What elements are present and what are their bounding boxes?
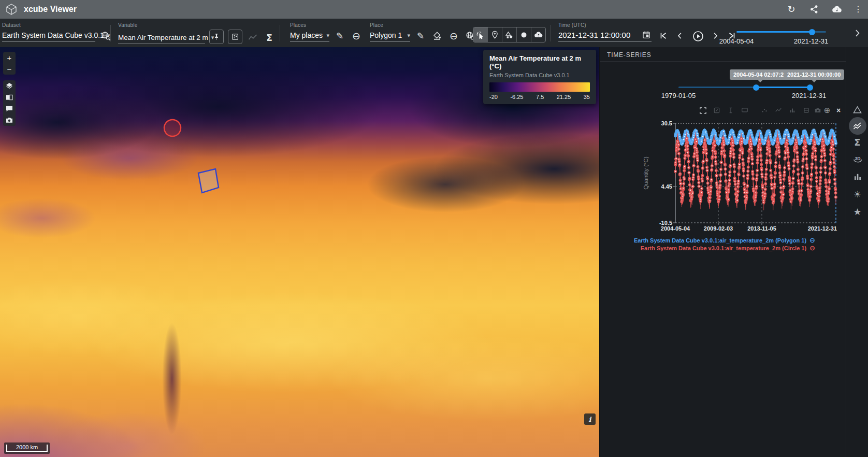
zoom-y-icon[interactable] [726,106,735,115]
remove-series-icon[interactable]: ⊖ [809,237,815,244]
draw-circle-icon[interactable] [517,27,531,42]
split-view-icon[interactable] [3,92,16,103]
places-select[interactable]: My places▾ [290,31,329,42]
calendar-icon[interactable] [641,30,652,40]
toolbar-divider [280,25,280,41]
colorbar-tick: -6.25 [510,94,523,100]
statistics-sigma-icon[interactable]: Σ [849,134,866,151]
remove-places-icon[interactable]: ⊖ [350,30,363,42]
x-tick-label: 2004-05-04 [661,225,690,232]
legend-entry-polygon: Earth System Data Cube v3.0.1:air_temper… [634,237,815,244]
range-max-label: 2021-12-31 [780,92,837,99]
app-bar: xcube Viewer ↻ ⋮ [0,0,868,19]
x-tick-label: 2009-02-03 [704,225,733,232]
place-select[interactable]: Polygon 1▾ [370,31,410,42]
timeseries-chart[interactable]: Quantity (°C) 30.5 4.45 -10.5 2004-05-04… [600,115,846,234]
camera-icon[interactable] [3,115,16,126]
dataset-select[interactable]: Earth System Data Cube v3.0.1▾ [2,31,95,42]
attribution-info-button[interactable]: i [584,413,596,425]
legend-entry-circle: Earth System Data Cube v3.0.1:air_temper… [641,245,815,251]
skip-previous-icon[interactable] [659,31,669,41]
time-slider-start-label: 2004-05-04 [708,37,765,45]
histogram-icon[interactable] [849,168,866,185]
cube-logo-icon [5,3,18,16]
timeseries-icon[interactable] [849,117,866,135]
fill-style-icon[interactable] [431,30,443,42]
point-mode-icon[interactable] [760,106,769,115]
zoom-mode-icon[interactable] [712,106,721,115]
x-tick-label: 2021-12-31 [808,225,837,232]
value-range-icon[interactable] [802,106,811,115]
place-field: Place Polygon 1▾ ✎ ⊖ [370,22,476,42]
panel-divider [600,61,846,62]
play-circle-icon[interactable] [692,30,704,42]
x-tick-label: 2013-11-05 [747,225,776,232]
zoom-reset-icon[interactable] [698,106,707,115]
colorbar-tick: 21.25 [557,94,571,100]
time-input[interactable]: 2021-12-31 12:00:00 [558,31,630,39]
y-tick-label: 30.5 [661,120,672,126]
color-legend[interactable]: Mean Air Temperature at 2 m (°C) Earth S… [483,50,596,104]
compute-variable-icon[interactable] [228,30,242,44]
remove-series-icon[interactable]: ⊖ [809,245,815,251]
pin-variable-icon[interactable] [209,30,224,44]
range-min-label: 1979-01-05 [650,92,707,99]
range-end-thumb[interactable] [807,84,813,91]
place-label: Place [370,22,476,28]
export-image-icon[interactable] [813,106,822,115]
add-timeseries-icon[interactable]: ⊕ [822,106,832,115]
xcube-viewer-app: xcube Viewer ↻ ⋮ Dataset [0,0,868,457]
scale-label: 2000 km [4,444,50,450]
app-title: xcube Viewer [24,5,77,14]
cloud-download-icon[interactable] [826,0,848,19]
refresh-icon[interactable]: ↻ [780,0,803,19]
toolbar-divider [551,25,551,41]
time-slider-end-label: 2021-12-31 [783,37,840,45]
range-start-thumb[interactable] [753,84,759,91]
layers-icon[interactable] [3,80,16,92]
places-label: Places [290,22,363,28]
edit-places-icon[interactable]: ✎ [334,30,346,42]
chart-y-axis-label: Quantity (°C) [643,156,649,190]
colorbar-tick: -20 [489,94,498,100]
share-icon[interactable] [803,0,826,19]
add-point-icon[interactable] [488,27,502,42]
variable-trend-icon[interactable] [247,32,259,44]
y-tick-label: 4.45 [661,183,672,190]
toolbar-divider [110,25,111,41]
map-canvas[interactable]: + − [0,47,599,457]
volcano-icon[interactable] [849,101,866,118]
variable-field: Variable Mean Air Temperature at 2 m▾ [118,22,276,44]
import-places-icon[interactable] [531,27,545,42]
colorbar-tick: 35 [584,94,590,100]
collapse-panel-chevron-icon[interactable] [852,28,862,38]
more-vert-icon[interactable]: ⋮ [848,0,868,19]
close-chart-icon[interactable]: × [834,106,843,115]
range-start-tooltip: 2004-05-04 02:07:26 [730,69,790,80]
time-slider-thumb[interactable] [809,29,815,35]
line-mode-icon[interactable] [774,106,783,115]
draw-shapes-icon[interactable] [502,27,517,42]
bar-mode-icon[interactable] [788,106,797,115]
map-feature-layer [0,47,599,457]
tooltip-toggle-icon[interactable] [740,106,749,115]
zoom-out-button[interactable]: − [3,63,16,75]
chart-toolbar: ⊕ × [600,106,846,115]
variable-statistics-icon[interactable]: Σ [263,32,276,44]
edit-place-icon[interactable]: ✎ [414,30,427,42]
comment-icon[interactable] [3,103,16,115]
remove-place-icon[interactable]: ⊖ [447,30,460,42]
3d-volume-icon[interactable]: 3D [849,150,866,168]
favorites-star-icon[interactable]: ★ [849,203,866,221]
variable-select[interactable]: Mean Air Temperature at 2 m▾ [118,34,205,44]
brightness-icon[interactable]: ☀ [849,185,866,203]
chevron-down-icon: ▾ [326,33,329,38]
step-back-icon[interactable] [675,31,686,41]
select-click-icon[interactable] [473,27,488,42]
map-feature-circle-1[interactable] [164,120,181,136]
panel-title: TIME-SERIES [607,51,651,59]
zoom-in-button[interactable]: + [3,52,16,63]
colorbar[interactable] [489,82,590,92]
legend-subtitle: Earth System Data Cube v3.0.1 [489,72,590,78]
map-feature-polygon-1[interactable] [198,169,219,193]
